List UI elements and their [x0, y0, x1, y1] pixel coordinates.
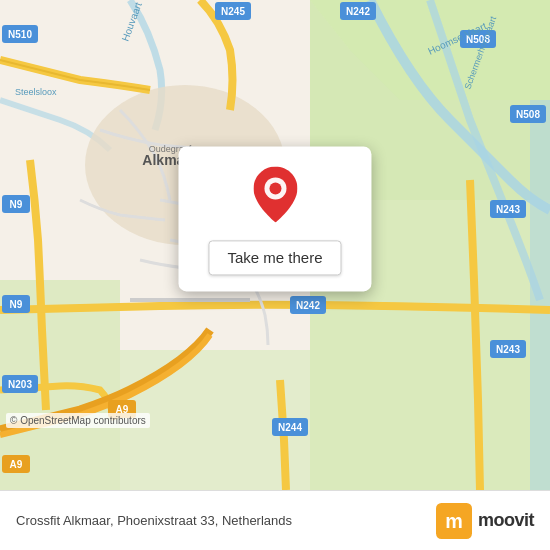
svg-text:m: m [445, 510, 463, 532]
take-me-there-button[interactable]: Take me there [208, 240, 341, 275]
svg-rect-6 [530, 100, 550, 490]
location-label: Crossfit Alkmaar, Phoenixstraat 33, Neth… [16, 513, 292, 528]
svg-text:N244: N244 [278, 422, 302, 433]
svg-text:N242: N242 [346, 6, 370, 17]
map-background: N510 N245 N242 N508 N508 N9 N9 [0, 0, 550, 490]
app-container: N510 N245 N242 N508 N508 N9 N9 [0, 0, 550, 550]
svg-text:N9: N9 [10, 299, 23, 310]
map-pin [253, 166, 297, 226]
svg-text:N243: N243 [496, 344, 520, 355]
svg-text:N510: N510 [8, 29, 32, 40]
svg-text:N203: N203 [8, 379, 32, 390]
moovit-brand-text: moovit [478, 510, 534, 531]
moovit-logo: m moovit [436, 503, 534, 539]
svg-point-43 [269, 182, 281, 194]
bottom-bar: Crossfit Alkmaar, Phoenixstraat 33, Neth… [0, 490, 550, 550]
map-area[interactable]: N510 N245 N242 N508 N508 N9 N9 [0, 0, 550, 490]
svg-text:A9: A9 [10, 459, 23, 470]
map-attribution: © OpenStreetMap contributors [6, 413, 150, 428]
svg-text:N243: N243 [496, 204, 520, 215]
location-popup: Take me there [178, 146, 371, 291]
svg-text:N508: N508 [516, 109, 540, 120]
svg-text:N245: N245 [221, 6, 245, 17]
svg-text:N9: N9 [10, 199, 23, 210]
moovit-icon: m [436, 503, 472, 539]
svg-text:Steelsloox: Steelsloox [15, 87, 57, 97]
svg-text:N242: N242 [296, 300, 320, 311]
